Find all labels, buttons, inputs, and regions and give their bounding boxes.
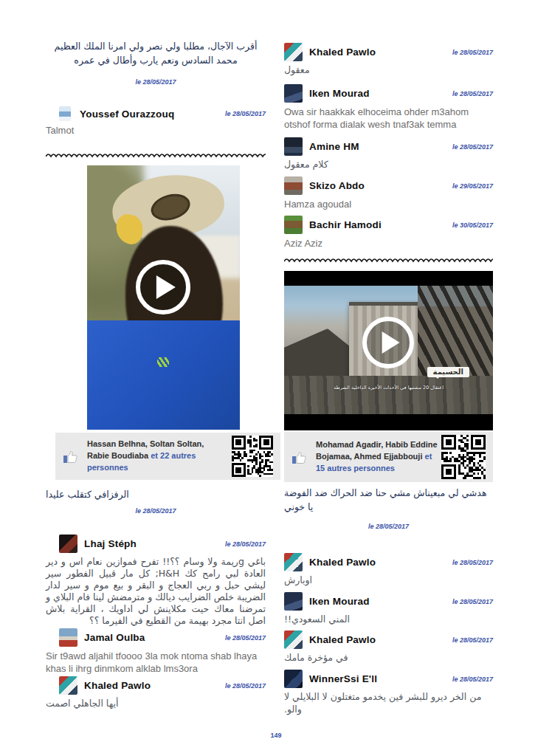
comment-date: le 28/05/2017 bbox=[225, 110, 266, 117]
commenter-name: Iken Mourad bbox=[309, 596, 370, 607]
thumbs-up-icon bbox=[291, 448, 309, 466]
like-box: Mohamad Agadir, Habib Eddine Bojamaa, Ah… bbox=[284, 432, 493, 482]
comment-text: Aziz Aziz bbox=[284, 237, 493, 250]
comment: Bachir Hamodi le 30/05/2017 Aziz Aziz bbox=[284, 216, 493, 250]
comment-text: Sir t9awd aljahil tfoooo 3la mok ntoma s… bbox=[46, 650, 266, 675]
comment: Khaled Pawlo le 28/05/2017 معقول bbox=[284, 43, 493, 77]
comment: Iken Mourad le 28/05/2017 Owa sir haakka… bbox=[284, 84, 493, 131]
comment-date: le 28/05/2017 bbox=[225, 540, 266, 548]
comment-date: le 29/05/2017 bbox=[452, 182, 493, 190]
comment-date: le 28/05/2017 bbox=[452, 49, 493, 56]
avatar bbox=[284, 670, 303, 688]
comment-date: le 28/05/2017 bbox=[452, 598, 493, 605]
post-text: هدشي لي مبعيناش مشي حنا ضد الحراك ضد الف… bbox=[284, 487, 493, 515]
avatar bbox=[59, 106, 71, 121]
avatar bbox=[284, 176, 303, 195]
comment-date: le 28/05/2017 bbox=[225, 682, 266, 690]
comment-date: le 28/05/2017 bbox=[225, 634, 266, 642]
comment-date: le 28/05/2017 bbox=[452, 143, 493, 151]
commenter-name: Amine HM bbox=[309, 141, 359, 152]
comment-text: معقول bbox=[284, 64, 493, 77]
comment-text: من الخر ديرو للبشر فين يخدمو متغتلون لا … bbox=[284, 691, 493, 715]
comment: Amine HM le 28/05/2017 كلام معقول bbox=[284, 137, 493, 171]
comment: Khaled Pawlo le 28/05/2017 أيها الجاهلي … bbox=[46, 676, 266, 710]
comment: Jamal Oulba le 28/05/2017 Sir t9awd alja… bbox=[46, 628, 266, 675]
commenter-name: Bachir Hamodi bbox=[309, 219, 382, 230]
rubble bbox=[284, 376, 493, 414]
wave-separator bbox=[46, 152, 266, 159]
liker-names: Mohamad Agadir, Habib Eddine Bojamaa, Ah… bbox=[316, 440, 438, 461]
avatar bbox=[284, 84, 303, 103]
commenter-name: Khaled Pawlo bbox=[84, 680, 151, 691]
comment-date: le 28/05/2017 bbox=[452, 636, 493, 644]
video-thumbnail[interactable] bbox=[87, 165, 240, 430]
comment-text: Talmot bbox=[46, 124, 266, 137]
comment: Khaled Pawlo le 28/05/2017 في مؤخرة مامك bbox=[284, 630, 493, 664]
commenter-name: WinnerSsi E'll bbox=[309, 673, 377, 684]
video-frame: الحسيمة اعتقال 20 مشتبها في الأحداث الأخ… bbox=[284, 286, 493, 414]
comment: WinnerSsi E'll le 28/05/2017 من الخر دير… bbox=[284, 670, 493, 715]
post-text: أقرب الآجال، مطلبا ولي نصر ولي امرنا الم… bbox=[46, 40, 266, 68]
commenter-name: Lhaj Stéph bbox=[84, 538, 137, 549]
comment-text: المني السعودي!! bbox=[284, 614, 493, 626]
qr-code bbox=[441, 435, 486, 479]
avatar bbox=[284, 43, 303, 61]
comment-text: أيها الجاهلي اصمت bbox=[46, 698, 266, 710]
like-names: Hassan Belhna, Soltan Soltan, Rabie Boud… bbox=[87, 439, 218, 474]
video-thumbnail[interactable]: الحسيمة اعتقال 20 مشتبها في الأحداث الأخ… bbox=[284, 271, 493, 430]
comment: Iken Mourad le 28/05/2017 المني السعودي!… bbox=[284, 592, 493, 626]
post-date: le 28/05/2017 bbox=[46, 78, 266, 86]
comment: Skizo Abdo le 29/05/2017 Hamza agoudal bbox=[284, 176, 493, 210]
avatar bbox=[284, 553, 303, 571]
commenter-name: Khaled Pawlo bbox=[309, 557, 376, 568]
comment-date: le 28/05/2017 bbox=[452, 559, 493, 566]
commenter-name: Khaled Pawlo bbox=[309, 634, 376, 645]
comment-date: le 30/05/2017 bbox=[452, 221, 493, 229]
comment: Khaled Pawlo le 28/05/2017 اوبارش bbox=[284, 553, 493, 587]
thumbs-up-icon bbox=[63, 447, 80, 465]
avatar bbox=[284, 137, 303, 156]
video-caption-line: اعتقال 20 مشتبها في الأحداث الأخيرة الدا… bbox=[289, 385, 489, 391]
comment-text: كلام معقول bbox=[284, 159, 493, 171]
comment-date: le 28/05/2017 bbox=[452, 676, 493, 683]
avatar bbox=[284, 630, 303, 649]
like-names: Mohamad Agadir, Habib Eddine Bojamaa, Ah… bbox=[316, 439, 440, 475]
comment: Youssef Ourazzouq le 28/05/2017 Talmot bbox=[46, 106, 266, 137]
post-date: le 28/05/2017 bbox=[46, 507, 266, 515]
like-box: Hassan Belhna, Soltan Soltan, Rabie Boud… bbox=[55, 433, 280, 480]
commenter-name: Khaled Pawlo bbox=[309, 47, 376, 58]
avatar bbox=[284, 216, 303, 234]
qr-code bbox=[232, 436, 273, 477]
play-icon[interactable] bbox=[362, 317, 414, 368]
comment-text: باغي gريمة ولا وسام ؟؟!! تفرح فموازين نع… bbox=[46, 556, 266, 627]
commenter-name: Jamal Oulba bbox=[84, 632, 145, 643]
play-icon[interactable] bbox=[136, 260, 190, 315]
comment-text: Owa sir haakkak elhoceima ohder m3ahom o… bbox=[284, 106, 493, 131]
video-caption-label: الحسيمة bbox=[427, 367, 469, 377]
avatar bbox=[284, 592, 303, 611]
avatar bbox=[59, 676, 77, 695]
comment-date: le 28/05/2017 bbox=[452, 90, 493, 97]
comment-text: Hamza agoudal bbox=[284, 198, 493, 210]
avatar bbox=[59, 535, 77, 553]
comment-text: اوبارش bbox=[284, 574, 493, 587]
post-date: le 28/05/2017 bbox=[284, 523, 493, 530]
commenter-name: Youssef Ourazzouq bbox=[80, 109, 174, 120]
comment: Lhaj Stéph le 28/05/2017 باغي gريمة ولا … bbox=[46, 535, 266, 627]
commenter-name: Iken Mourad bbox=[309, 88, 370, 99]
commenter-name: Skizo Abdo bbox=[309, 180, 365, 191]
page-number: 149 bbox=[0, 732, 552, 739]
shirt bbox=[87, 320, 240, 430]
avatar bbox=[59, 628, 77, 647]
wave-separator bbox=[284, 257, 493, 264]
shirt-logo bbox=[157, 357, 169, 367]
comment-text: في مؤخرة مامك bbox=[284, 652, 493, 664]
document-page: أقرب الآجال، مطلبا ولي نصر ولي امرنا الم… bbox=[0, 0, 552, 756]
post-text: الرفزافي كتقلب عليدا bbox=[46, 488, 266, 502]
